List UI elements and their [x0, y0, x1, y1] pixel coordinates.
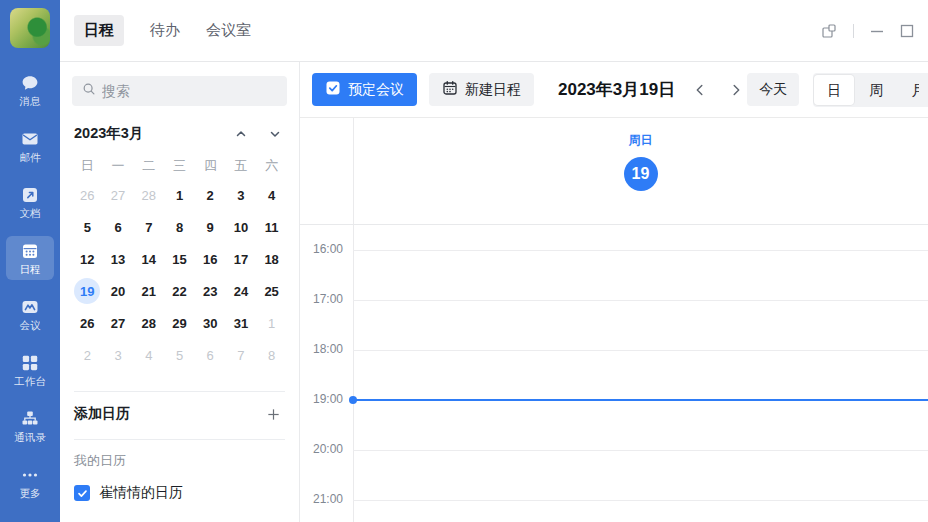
sidebar-item-label: 消息 [20, 96, 41, 107]
mini-calendar-day[interactable]: 6 [103, 211, 134, 243]
sidebar-item-label: 更多 [20, 488, 41, 499]
mini-calendar-day[interactable]: 8 [256, 339, 287, 371]
clipped-calendar-settings-button[interactable] [919, 73, 928, 106]
maximize-button[interactable] [900, 24, 914, 38]
current-date-title: 2023年3月19日 [558, 78, 675, 101]
mini-calendar-day[interactable]: 4 [256, 179, 287, 211]
mini-calendar-day[interactable]: 20 [103, 275, 134, 307]
plus-icon[interactable] [266, 407, 285, 422]
prev-day-button[interactable] [689, 79, 711, 101]
mini-calendar-day[interactable]: 27 [103, 307, 134, 339]
mini-calendar-day[interactable]: 26 [72, 179, 103, 211]
mini-calendar-weekdays: 日一二三四五六 [72, 157, 287, 175]
document-share-icon [20, 185, 40, 205]
selected-day-badge[interactable]: 19 [624, 157, 658, 191]
sidebar-item-label: 文档 [20, 208, 41, 219]
mini-calendar-day[interactable]: 15 [164, 243, 195, 275]
mini-calendar-day[interactable]: 29 [164, 307, 195, 339]
hour-label: 21:00 [300, 492, 343, 506]
tab-todo[interactable]: 待办 [150, 21, 180, 40]
weekday-label: 二 [133, 157, 164, 175]
mini-calendar-day[interactable]: 4 [133, 339, 164, 371]
mini-calendar-day[interactable]: 11 [256, 211, 287, 243]
sidebar-item-docs[interactable]: 文档 [6, 180, 54, 224]
sidebar-item-mail[interactable]: 邮件 [6, 124, 54, 168]
sidebar-item-schedule[interactable]: 日程 [6, 236, 54, 280]
my-calendars-heading: 我的日历 [74, 452, 285, 470]
mini-calendar-day[interactable]: 5 [164, 339, 195, 371]
mini-calendar-day[interactable]: 9 [195, 211, 226, 243]
mini-calendar-day[interactable]: 28 [133, 179, 164, 211]
workbench-grid-icon [20, 353, 40, 373]
mini-calendar-day[interactable]: 7 [133, 211, 164, 243]
mini-calendar-day[interactable]: 1 [164, 179, 195, 211]
view-day-tab[interactable]: 日 [814, 75, 854, 105]
new-event-button[interactable]: 新建日程 [429, 73, 534, 106]
mini-calendar-day[interactable]: 17 [226, 243, 257, 275]
mini-calendar-day[interactable]: 25 [256, 275, 287, 307]
sidebar-item-workbench[interactable]: 工作台 [6, 348, 54, 392]
mini-calendar-day[interactable]: 30 [195, 307, 226, 339]
sidebar-item-label: 日程 [20, 264, 41, 275]
search-box[interactable] [72, 76, 287, 106]
mini-calendar-day[interactable]: 2 [195, 179, 226, 211]
sidebar-item-meetings[interactable]: 会议 [6, 292, 54, 336]
mini-calendar-day[interactable]: 14 [133, 243, 164, 275]
mini-calendar-day[interactable]: 24 [226, 275, 257, 307]
mini-calendar-day[interactable]: 7 [226, 339, 257, 371]
mini-calendar-day[interactable]: 8 [164, 211, 195, 243]
calendar-list-item[interactable]: 崔情情的日历 [74, 484, 285, 502]
mini-calendar-header: 2023年3月 [74, 124, 285, 143]
next-day-button[interactable] [725, 79, 747, 101]
hour-gridline [353, 350, 928, 351]
hour-label: 20:00 [300, 442, 343, 456]
time-grid[interactable]: 16:00 17:00 18:00 19:00 [300, 225, 928, 522]
avatar[interactable] [10, 8, 50, 48]
mini-calendar-day[interactable]: 18 [256, 243, 287, 275]
mini-calendar-day[interactable]: 12 [72, 243, 103, 275]
mini-calendar-day[interactable]: 6 [195, 339, 226, 371]
meeting-icon [20, 297, 40, 317]
sidebar-item-label: 通讯录 [14, 432, 46, 443]
sidebar-item-messages[interactable]: 消息 [6, 68, 54, 112]
mini-calendar-day[interactable]: 19 [72, 275, 103, 307]
mini-calendar-day[interactable]: 5 [72, 211, 103, 243]
tab-schedule[interactable]: 日程 [74, 15, 124, 46]
mini-calendar-day[interactable]: 16 [195, 243, 226, 275]
day-view-main: 预定会议 新建日程 2023年3月19日 今天 日 周 月 [300, 62, 928, 522]
hour-gridline [353, 500, 928, 501]
chevron-down-icon[interactable] [269, 128, 281, 140]
weekday-label: 五 [226, 157, 257, 175]
view-week-tab[interactable]: 周 [855, 73, 897, 107]
calendar-side-panel: 2023年3月 日一二三四五六 262728123456789101112131… [60, 62, 300, 522]
add-calendar-row: 添加日历 [74, 405, 285, 423]
mini-calendar-day[interactable]: 23 [195, 275, 226, 307]
day-view-toolbar: 预定会议 新建日程 2023年3月19日 今天 日 周 月 [300, 62, 928, 118]
mini-calendar-day[interactable]: 31 [226, 307, 257, 339]
sidebar-item-contacts[interactable]: 通讯录 [6, 404, 54, 448]
mini-calendar-day[interactable]: 3 [226, 179, 257, 211]
popout-icon[interactable] [821, 23, 837, 39]
chevron-up-icon[interactable] [235, 128, 247, 140]
search-icon [82, 82, 96, 100]
mini-calendar-day[interactable]: 1 [256, 307, 287, 339]
today-button[interactable]: 今天 [747, 73, 799, 106]
mini-calendar-day[interactable]: 13 [103, 243, 134, 275]
mini-calendar-day[interactable]: 21 [133, 275, 164, 307]
tab-meeting-rooms[interactable]: 会议室 [206, 21, 251, 40]
weekday-name: 周日 [629, 132, 653, 149]
minimize-button[interactable] [870, 24, 884, 38]
sidebar-item-more[interactable]: 更多 [6, 460, 54, 504]
mini-calendar-day[interactable]: 2 [72, 339, 103, 371]
add-calendar-label: 添加日历 [74, 405, 130, 423]
book-meeting-button[interactable]: 预定会议 [312, 73, 417, 106]
mini-calendar-day[interactable]: 22 [164, 275, 195, 307]
mini-calendar-day[interactable]: 26 [72, 307, 103, 339]
mini-calendar-day[interactable]: 27 [103, 179, 134, 211]
search-input[interactable] [102, 83, 277, 99]
mini-calendar-day[interactable]: 28 [133, 307, 164, 339]
calendar-checkbox[interactable] [74, 485, 90, 501]
weekday-label: 六 [256, 157, 287, 175]
mini-calendar-day[interactable]: 3 [103, 339, 134, 371]
mini-calendar-day[interactable]: 10 [226, 211, 257, 243]
